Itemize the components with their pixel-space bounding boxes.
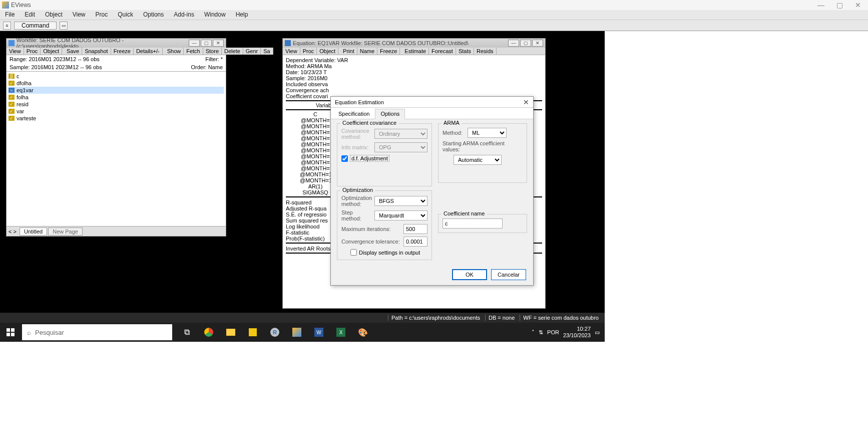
- wf-item-c[interactable]: βc: [9, 73, 224, 80]
- eq-tb-print[interactable]: Print: [340, 48, 357, 55]
- eviews-taskbar-icon[interactable]: [287, 323, 306, 342]
- cancel-button[interactable]: Cancelar: [491, 269, 526, 280]
- menu-view[interactable]: View: [68, 10, 91, 20]
- workfile-titlebar[interactable]: Workfile: SERIE COM DADOS OUTUBRO - (c:\…: [7, 39, 226, 48]
- tray-chevron-icon[interactable]: ˄: [532, 329, 535, 336]
- excel-icon[interactable]: X: [331, 323, 350, 342]
- arma-start-select[interactable]: Automatic: [454, 155, 502, 165]
- arma-method-select[interactable]: ML: [468, 128, 507, 138]
- menu-edit[interactable]: Edit: [20, 10, 40, 20]
- taskbar-clock[interactable]: 10:27 23/10/2023: [563, 326, 591, 339]
- object-type-icon: ✓: [9, 102, 15, 107]
- wf-tb-fetch[interactable]: Fetch: [184, 48, 203, 55]
- paint-icon[interactable]: 🎨: [353, 323, 372, 342]
- wf-item-folha[interactable]: ✓folha: [9, 94, 224, 101]
- wf-tb-proc[interactable]: Proc: [24, 48, 41, 55]
- eq-header-line: Dependent Variable: VAR: [286, 57, 542, 63]
- maximize-icon[interactable]: ▢: [836, 1, 843, 9]
- wf-tb-view[interactable]: View: [7, 48, 24, 55]
- menu-window[interactable]: Window: [199, 10, 231, 20]
- wf-tb-delete[interactable]: Delete: [222, 48, 243, 55]
- wf-page-nav[interactable]: < >: [9, 229, 17, 235]
- tab-options[interactable]: Options: [375, 109, 405, 119]
- command-toggle-icon[interactable]: ≡: [3, 22, 11, 30]
- eq-minimize-icon[interactable]: —: [508, 40, 519, 47]
- notifications-icon[interactable]: ▭: [595, 329, 600, 336]
- menu-quick[interactable]: Quick: [113, 10, 138, 20]
- opt-method-label: Optimization method:: [341, 195, 371, 207]
- wf-maximize-icon[interactable]: ▢: [201, 40, 212, 47]
- wf-tab-untitled[interactable]: Untitled: [20, 228, 47, 236]
- eq-tb-stats[interactable]: Stats: [456, 48, 474, 55]
- display-settings-checkbox[interactable]: [350, 249, 357, 256]
- max-iter-input[interactable]: [403, 224, 427, 234]
- taskbar-search[interactable]: ⌕ Pesquisar: [22, 324, 172, 340]
- equation-titlebar[interactable]: Equation: EQ1VAR Workfile: SERIE COM DAD…: [283, 39, 545, 48]
- conv-tol-input[interactable]: [403, 237, 427, 247]
- wf-close-icon[interactable]: ✕: [213, 40, 224, 47]
- wf-tb-snapshot[interactable]: Snapshot: [82, 48, 111, 55]
- menu-file[interactable]: File: [0, 10, 20, 20]
- command-run-icon[interactable]: ▭: [60, 22, 68, 30]
- step-method-select[interactable]: Marquardt: [374, 210, 427, 220]
- eq-maximize-icon[interactable]: ▢: [520, 40, 531, 47]
- wf-tb-sa[interactable]: Sa: [261, 48, 273, 55]
- group-coef-cov: Coefficient covariance: [340, 120, 398, 126]
- close-icon[interactable]: ✕: [855, 1, 861, 9]
- wf-tb-store[interactable]: Store: [203, 48, 222, 55]
- info-matrix-select[interactable]: OPG: [374, 142, 427, 152]
- command-label[interactable]: Command: [14, 22, 57, 30]
- df-adjustment-checkbox[interactable]: [341, 155, 348, 162]
- wf-order: Order: Name: [191, 64, 223, 70]
- wf-item-var[interactable]: ✓var: [9, 108, 224, 115]
- tray-lang[interactable]: POR: [547, 329, 559, 335]
- eq-variable-row: @MONTH=: [300, 159, 331, 165]
- minimize-icon[interactable]: —: [817, 1, 824, 9]
- eq-tb-estimate[interactable]: Estimate: [402, 48, 429, 55]
- wf-tb-genr[interactable]: Genr: [243, 48, 261, 55]
- eq-tb-forecast[interactable]: Forecast: [429, 48, 456, 55]
- eq-close-icon[interactable]: ✕: [532, 40, 543, 47]
- r-icon[interactable]: R: [265, 323, 284, 342]
- eq-tb-object[interactable]: Object: [317, 48, 338, 55]
- ok-button[interactable]: OK: [452, 269, 487, 280]
- opt-method-select[interactable]: BFGS: [374, 196, 427, 206]
- eq-tb-freeze[interactable]: Freeze: [377, 48, 400, 55]
- menu-add-ins[interactable]: Add-ins: [169, 10, 199, 20]
- wf-tb-object[interactable]: Object: [41, 48, 62, 55]
- wf-tb-details[interactable]: Details+/-: [134, 48, 163, 55]
- menu-object[interactable]: Object: [40, 10, 68, 20]
- wf-minimize-icon[interactable]: —: [189, 40, 200, 47]
- cov-method-select[interactable]: Ordinary: [374, 129, 427, 139]
- dialog-titlebar[interactable]: Equation Estimation ✕: [331, 97, 533, 108]
- tray-network-icon[interactable]: ⇅: [539, 329, 543, 336]
- wf-item-dfolha[interactable]: ✓dfolha: [9, 80, 224, 87]
- menu-options[interactable]: Options: [138, 10, 169, 20]
- eq-tb-name[interactable]: Name: [357, 48, 377, 55]
- wf-item-eq1var[interactable]: =eq1var: [9, 87, 224, 94]
- wf-item-varteste[interactable]: ✓varteste: [9, 115, 224, 122]
- chrome-icon[interactable]: [199, 323, 218, 342]
- wf-tab-newpage[interactable]: New Page: [48, 228, 83, 236]
- status-wf: WF = serie com dados outubro: [520, 315, 602, 321]
- explorer-icon[interactable]: [221, 323, 240, 342]
- coef-name-input[interactable]: [443, 218, 503, 229]
- max-iter-label: Maximum iterations:: [341, 226, 400, 232]
- word-icon[interactable]: W: [309, 323, 328, 342]
- menu-help[interactable]: Help: [231, 10, 253, 20]
- tab-specification[interactable]: Specification: [333, 109, 375, 119]
- eq-tb-view[interactable]: View: [283, 48, 300, 55]
- dialog-close-icon[interactable]: ✕: [523, 98, 529, 106]
- menu-proc[interactable]: Proc: [91, 10, 113, 20]
- start-button[interactable]: [0, 323, 21, 342]
- eq-tb-resids[interactable]: Resids: [474, 48, 497, 55]
- wf-item-resid[interactable]: ✓resid: [9, 101, 224, 108]
- wf-tb-save[interactable]: Save: [64, 48, 82, 55]
- eq-tb-proc[interactable]: Proc: [300, 48, 317, 55]
- powerbi-icon[interactable]: [243, 323, 262, 342]
- workfile-icon: [9, 40, 15, 46]
- wf-tb-freeze[interactable]: Freeze: [111, 48, 134, 55]
- task-view-icon[interactable]: ⧉: [177, 323, 196, 342]
- eq-variable-row: SIGMASQ: [300, 189, 331, 195]
- wf-tb-show[interactable]: Show: [165, 48, 184, 55]
